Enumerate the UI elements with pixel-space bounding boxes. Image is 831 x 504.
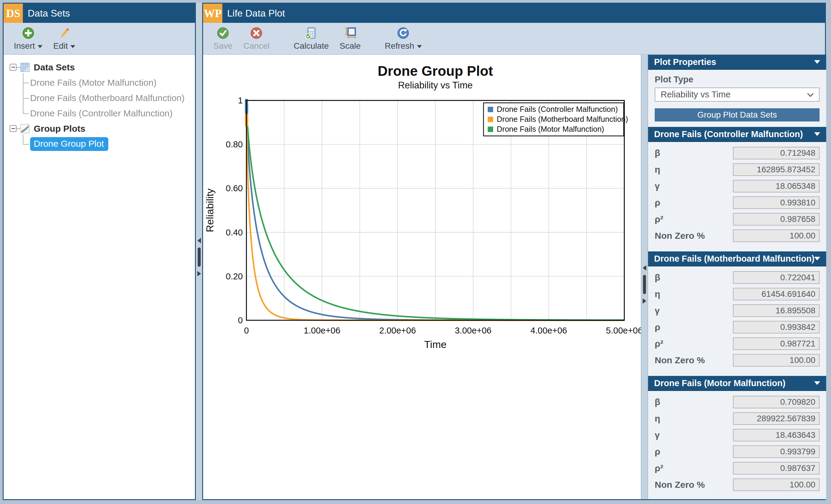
parameter-value-field[interactable]: 0.709820 bbox=[733, 396, 820, 408]
life-data-plot-window-header: WP Life Data Plot bbox=[203, 4, 825, 23]
x-tick-label: 5.00e+06 bbox=[606, 326, 641, 335]
tree-item-drone-fails-motherboard-malfunction-[interactable]: Drone Fails (Motherboard Malfunction) bbox=[4, 90, 195, 106]
calculator-icon bbox=[305, 26, 317, 39]
toolbar-insert-button[interactable]: Insert bbox=[8, 26, 48, 51]
group-plot-icon bbox=[20, 124, 30, 134]
life-data-plot-window-title: Life Data Plot bbox=[227, 8, 285, 19]
section-body: β0.722041η61454.691640γ16.895508ρ0.99384… bbox=[648, 266, 826, 376]
parameter-value-field[interactable]: 100.00 bbox=[733, 478, 820, 491]
legend-swatch bbox=[488, 107, 493, 112]
chevron-down-icon bbox=[814, 257, 820, 260]
dropdown-caret-icon bbox=[417, 45, 422, 48]
tree-connector bbox=[23, 73, 24, 114]
tree-collapse-icon[interactable] bbox=[10, 125, 17, 132]
y-axis-label: Reliability bbox=[204, 188, 216, 233]
reliability-vs-time-chart: Drone Group PlotReliability vs Time10.80… bbox=[203, 55, 641, 500]
tree-group-label: Data Sets bbox=[34, 62, 75, 72]
parameter-value-field[interactable]: 0.722041 bbox=[733, 271, 820, 284]
parameter-row: η61454.691640 bbox=[655, 288, 820, 300]
tree-group-label: Group Plots bbox=[34, 124, 85, 134]
splitter-grip[interactable] bbox=[197, 238, 201, 276]
parameter-value-field[interactable]: 61454.691640 bbox=[733, 288, 820, 300]
data-sets-window: DS Data Sets InsertEdit Data SetsDrone F… bbox=[3, 3, 196, 500]
grip-bar-icon bbox=[198, 247, 201, 267]
tree-group-data-sets[interactable]: Data Sets bbox=[4, 60, 195, 75]
toolbar-save-button[interactable]: Save bbox=[208, 26, 238, 51]
properties-splitter-grip[interactable] bbox=[643, 265, 646, 304]
refresh-icon bbox=[397, 26, 409, 39]
toolbar-cancel-button[interactable]: Cancel bbox=[238, 26, 275, 51]
parameter-value-field[interactable]: 18.463643 bbox=[733, 429, 820, 441]
parameter-value-field[interactable]: 100.00 bbox=[733, 354, 820, 366]
plot-properties-header[interactable]: Plot Properties bbox=[648, 55, 826, 70]
tree-connector bbox=[17, 128, 20, 129]
parameter-label: β bbox=[655, 397, 733, 407]
x-tick-label: 0 bbox=[244, 326, 249, 335]
x-tick-label: 4.00e+06 bbox=[531, 326, 567, 335]
chart-title: Drone Group Plot bbox=[378, 63, 493, 79]
section-header-2[interactable]: Drone Fails (Motor Malfunction) bbox=[648, 376, 826, 391]
parameter-value-field[interactable]: 0.993799 bbox=[733, 445, 820, 458]
parameter-label: Non Zero % bbox=[655, 355, 733, 365]
parameter-value-field[interactable]: 0.987721 bbox=[733, 337, 820, 350]
parameter-value-field[interactable]: 100.00 bbox=[733, 230, 820, 242]
plot-properties-title: Plot Properties bbox=[654, 57, 814, 67]
parameter-label: ρ² bbox=[655, 338, 733, 349]
properties-splitter[interactable] bbox=[641, 55, 648, 499]
parameter-label: ρ² bbox=[655, 214, 733, 224]
toolbar-scale-button[interactable]: Scale bbox=[334, 26, 366, 51]
chevron-down-icon bbox=[814, 381, 820, 385]
life-data-plot-logo-icon: WP bbox=[203, 4, 222, 23]
parameter-value-field[interactable]: 0.712948 bbox=[733, 147, 820, 159]
check-circle-icon bbox=[217, 26, 229, 39]
toolbar-calculate-button[interactable]: Calculate bbox=[288, 26, 334, 51]
legend-swatch bbox=[488, 127, 493, 132]
section-body: β0.712948η162895.873452γ18.065348ρ0.9938… bbox=[648, 142, 826, 251]
parameter-label: ρ bbox=[655, 447, 733, 457]
parameter-value-field[interactable]: 0.993810 bbox=[733, 196, 820, 209]
parameter-row: Non Zero %100.00 bbox=[655, 478, 820, 491]
collapse-right-icon bbox=[643, 298, 646, 304]
tree-item-label: Drone Fails (Motor Malfunction) bbox=[30, 78, 156, 88]
legend-label: Drone Fails (Motor Malfunction) bbox=[497, 125, 604, 133]
parameter-value-field[interactable]: 16.895508 bbox=[733, 304, 820, 317]
section-title: Drone Fails (Motherboard Malfunction) bbox=[654, 254, 814, 264]
tree-group-group-plots[interactable]: Group Plots bbox=[4, 121, 195, 136]
parameter-value-field[interactable]: 0.993842 bbox=[733, 321, 820, 333]
toolbar-save-label: Save bbox=[213, 41, 233, 51]
parameter-value-field[interactable]: 0.987637 bbox=[733, 462, 820, 475]
parameter-value-field[interactable]: 162895.873452 bbox=[733, 163, 820, 176]
tree-item-drone-fails-motor-malfunction-[interactable]: Drone Fails (Motor Malfunction) bbox=[4, 75, 195, 90]
parameter-value-field[interactable]: 289922.567839 bbox=[733, 412, 820, 425]
plot-type-label: Plot Type bbox=[655, 75, 820, 85]
chevron-down-icon bbox=[814, 60, 820, 64]
tree-item-drone-fails-controller-malfunction-[interactable]: Drone Fails (Controller Malfunction) bbox=[4, 106, 195, 121]
tree-connector bbox=[23, 98, 29, 99]
data-table-icon bbox=[20, 63, 30, 72]
parameter-label: η bbox=[655, 414, 733, 424]
toolbar-edit-button[interactable]: Edit bbox=[48, 26, 81, 51]
parameter-row: ρ0.993799 bbox=[655, 445, 820, 458]
tree-collapse-icon[interactable] bbox=[10, 64, 17, 71]
parameter-value-field[interactable]: 0.987658 bbox=[733, 213, 820, 226]
tree-connector bbox=[23, 83, 29, 83]
x-tick-label: 1.00e+06 bbox=[304, 326, 340, 335]
tree-item-label-selected: Drone Group Plot bbox=[30, 137, 108, 151]
section-header-0[interactable]: Drone Fails (Controller Malfunction) bbox=[648, 127, 826, 142]
y-tick-label: 0.20 bbox=[226, 271, 243, 281]
toolbar-cancel-label: Cancel bbox=[243, 41, 269, 51]
window-splitter[interactable] bbox=[196, 3, 202, 500]
parameter-row: ρ0.993842 bbox=[655, 321, 820, 333]
parameter-value-field[interactable]: 18.065348 bbox=[733, 180, 820, 192]
group-plot-data-sets-button[interactable]: Group Plot Data Sets bbox=[655, 108, 820, 121]
toolbar-refresh-button[interactable]: Refresh bbox=[379, 26, 427, 51]
parameter-label: ρ² bbox=[655, 463, 733, 473]
chart-subtitle: Reliability vs Time bbox=[398, 80, 473, 90]
y-tick-label: 0 bbox=[238, 316, 243, 325]
parameter-label: Non Zero % bbox=[655, 231, 733, 241]
section-header-1[interactable]: Drone Fails (Motherboard Malfunction) bbox=[648, 251, 826, 266]
section-title: Drone Fails (Motor Malfunction) bbox=[654, 378, 814, 388]
tree-item-drone-group-plot[interactable]: Drone Group Plot bbox=[4, 136, 195, 152]
plot-type-select[interactable]: Reliability vs Time bbox=[655, 88, 820, 101]
plot-properties-panel: Plot Properties Plot Type Reliability vs… bbox=[648, 55, 826, 499]
